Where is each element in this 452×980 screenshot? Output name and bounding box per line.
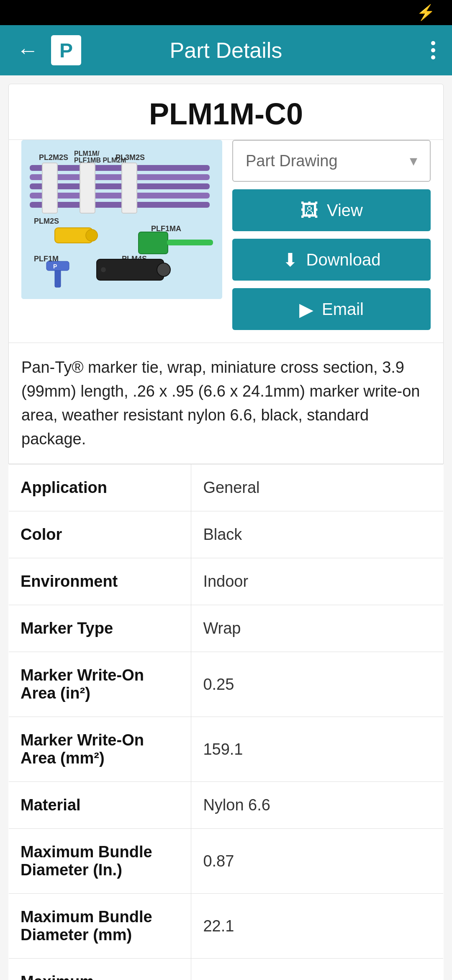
spec-value: 32	[191, 959, 444, 980]
status-bar: ⚡	[0, 0, 452, 25]
table-row: Marker Type Wrap	[9, 605, 444, 652]
svg-point-25	[157, 263, 170, 276]
part-drawing-dropdown[interactable]: Part Drawing ▾	[232, 140, 431, 182]
svg-text:P: P	[53, 263, 57, 270]
nav-bar: ← P Part Details	[0, 25, 452, 75]
battery-icon: ⚡	[416, 4, 435, 21]
svg-text:PL2M2S: PL2M2S	[39, 153, 68, 162]
part-description: Pan-Ty® marker tie, wrap, miniature cros…	[21, 356, 431, 451]
spec-label: Marker Write-On Area (mm²)	[9, 717, 191, 782]
spec-value: Indoor	[191, 558, 444, 605]
spec-value: Black	[191, 511, 444, 558]
spec-value: 22.1	[191, 894, 444, 959]
table-row: Maximum Bundle Diameter (mm) 22.1	[9, 894, 444, 959]
more-options-button[interactable]	[431, 41, 435, 59]
buttons-column: Part Drawing ▾ 🖼 View ⬇ Download ▶ Email	[232, 140, 431, 330]
download-button[interactable]: ⬇ Download	[232, 239, 431, 281]
table-row: Marker Write-On Area (in²) 0.25	[9, 652, 444, 717]
svg-text:PL3M2S: PL3M2S	[116, 153, 145, 162]
svg-text:PLM1M/: PLM1M/	[74, 150, 100, 157]
spec-value: 0.87	[191, 829, 444, 894]
svg-point-26	[101, 267, 106, 272]
part-name-card: PLM1M-C0	[8, 84, 444, 140]
svg-rect-18	[167, 240, 213, 245]
svg-rect-17	[139, 232, 168, 254]
specs-table: Application General Color Black Environm…	[8, 464, 444, 980]
chevron-down-icon: ▾	[410, 152, 417, 170]
email-icon: ▶	[299, 299, 313, 320]
table-row: Material Nylon 6.6	[9, 782, 444, 829]
email-label: Email	[322, 300, 364, 319]
svg-rect-24	[97, 259, 164, 280]
svg-rect-6	[42, 163, 57, 213]
spec-label: Maximum Installation Temperature (°F)	[9, 959, 191, 980]
spec-label: Material	[9, 782, 191, 829]
spec-label: Application	[9, 464, 191, 511]
description-card: Pan-Ty® marker tie, wrap, miniature cros…	[8, 343, 444, 464]
view-button[interactable]: 🖼 View	[232, 189, 431, 231]
svg-rect-8	[80, 163, 95, 213]
view-label: View	[327, 201, 363, 220]
table-row: Environment Indoor	[9, 558, 444, 605]
spec-value: Nylon 6.6	[191, 782, 444, 829]
svg-text:PLM2S: PLM2S	[34, 217, 59, 225]
download-icon: ⬇	[282, 249, 298, 271]
spec-value: 159.1	[191, 717, 444, 782]
table-row: Marker Write-On Area (mm²) 159.1	[9, 717, 444, 782]
table-row: Maximum Installation Temperature (°F) 32	[9, 959, 444, 980]
email-button[interactable]: ▶ Email	[232, 288, 431, 330]
part-drawing-label: Part Drawing	[246, 152, 338, 170]
download-label: Download	[306, 250, 381, 269]
table-row: Color Black	[9, 511, 444, 558]
media-row: PL2M2S PLM1M/ PLF1MB PLM2M PL3M2S PLM2S …	[8, 140, 444, 343]
part-name: PLM1M-C0	[21, 97, 431, 139]
view-icon: 🖼	[300, 200, 318, 221]
svg-rect-21	[46, 261, 69, 271]
spec-value: 0.25	[191, 652, 444, 717]
spec-value: Wrap	[191, 605, 444, 652]
part-image: PL2M2S PLM1M/ PLF1MB PLM2M PL3M2S PLM2S …	[21, 140, 222, 299]
spec-label: Color	[9, 511, 191, 558]
spec-value: General	[191, 464, 444, 511]
svg-rect-11	[122, 163, 137, 213]
spec-label: Environment	[9, 558, 191, 605]
spec-label: Maximum Bundle Diameter (mm)	[9, 894, 191, 959]
svg-point-15	[86, 230, 98, 241]
page-title: Part Details	[33, 38, 419, 63]
spec-label: Maximum Bundle Diameter (In.)	[9, 829, 191, 894]
spec-label: Marker Type	[9, 605, 191, 652]
spec-label: Marker Write-On Area (in²)	[9, 652, 191, 717]
table-row: Maximum Bundle Diameter (In.) 0.87	[9, 829, 444, 894]
table-row: Application General	[9, 464, 444, 511]
main-content: PLM1M-C0 PL2M2S PLM1M/	[0, 75, 452, 980]
